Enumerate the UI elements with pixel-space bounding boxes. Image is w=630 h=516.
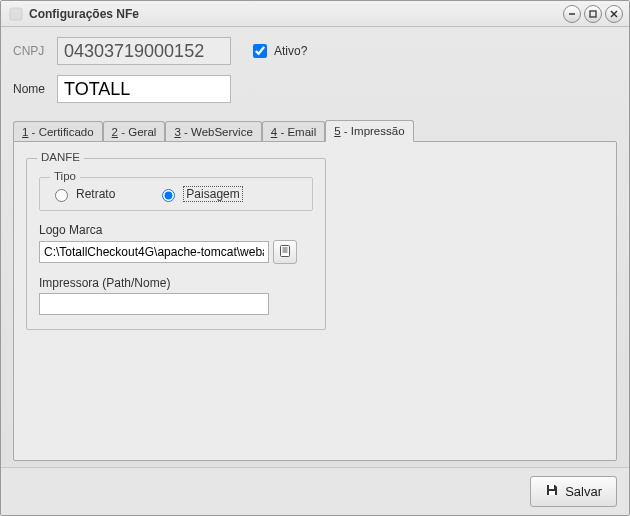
cnpj-row: CNPJ Ativo? (13, 37, 617, 65)
footer-bar: Salvar (1, 467, 629, 515)
radio-retrato-wrapper[interactable]: Retrato (50, 186, 115, 202)
close-button[interactable] (605, 5, 623, 23)
tab-impressao[interactable]: 5 - Impressão (325, 120, 413, 142)
logo-path-input[interactable] (39, 241, 269, 263)
impressora-label: Impressora (Path/Nome) (39, 276, 313, 290)
radio-paisagem-label: Paisagem (183, 186, 242, 202)
tab-bar: 1 - Certificado 2 - Geral 3 - WebService… (13, 119, 617, 141)
tipo-legend: Tipo (50, 170, 80, 182)
window-title: Configurações NFe (29, 7, 563, 21)
maximize-button[interactable] (584, 5, 602, 23)
svg-rect-2 (590, 11, 596, 17)
ativo-wrapper[interactable]: Ativo? (249, 41, 307, 61)
svg-rect-0 (10, 8, 22, 20)
danfe-group: DANFE Tipo Retrato Paisagem Logo Marca (26, 158, 326, 330)
tab-certificado[interactable]: 1 - Certificado (13, 121, 103, 142)
radio-paisagem-wrapper[interactable]: Paisagem (157, 186, 242, 202)
svg-rect-9 (549, 485, 554, 489)
logo-label: Logo Marca (39, 223, 313, 237)
danfe-legend: DANFE (37, 151, 84, 163)
tab-webservice[interactable]: 3 - WebService (165, 121, 261, 142)
nome-row: Nome (13, 75, 617, 103)
ativo-label: Ativo? (274, 44, 307, 58)
window-frame: Configurações NFe CNPJ Ativo? Nome (0, 0, 630, 516)
window-controls (563, 5, 623, 23)
svg-rect-10 (549, 491, 555, 495)
ativo-checkbox[interactable] (253, 44, 267, 58)
nome-field[interactable] (57, 75, 231, 103)
tab-email[interactable]: 4 - Email (262, 121, 325, 142)
svg-rect-5 (281, 245, 290, 256)
browse-file-button[interactable] (273, 240, 297, 264)
radio-paisagem[interactable] (162, 189, 175, 202)
cnpj-field (57, 37, 231, 65)
radio-retrato[interactable] (55, 189, 68, 202)
save-icon (545, 483, 559, 500)
tipo-group: Tipo Retrato Paisagem (39, 177, 313, 211)
tab-geral[interactable]: 2 - Geral (103, 121, 166, 142)
radio-retrato-label: Retrato (76, 187, 115, 201)
title-bar: Configurações NFe (1, 1, 629, 27)
app-icon (9, 7, 23, 21)
save-button[interactable]: Salvar (530, 476, 617, 507)
nome-label: Nome (13, 82, 57, 96)
save-button-label: Salvar (565, 484, 602, 499)
logo-field-row (39, 240, 313, 264)
tab-panel-impressao: DANFE Tipo Retrato Paisagem Logo Marca (13, 141, 617, 461)
cnpj-label: CNPJ (13, 44, 57, 58)
impressora-input[interactable] (39, 293, 269, 315)
file-icon (278, 244, 292, 261)
content-area: CNPJ Ativo? Nome 1 - Certificado 2 - Ger… (1, 27, 629, 467)
minimize-button[interactable] (563, 5, 581, 23)
